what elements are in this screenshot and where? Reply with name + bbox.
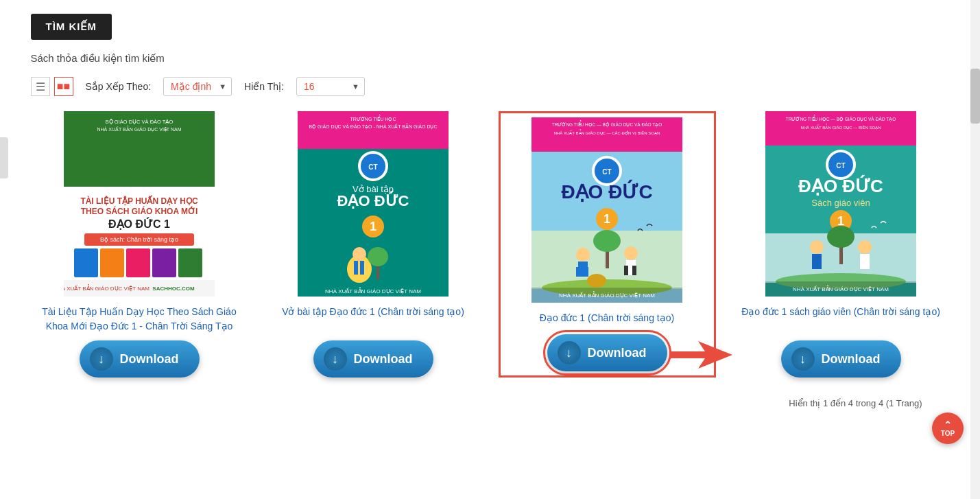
- svg-point-78: [858, 240, 872, 254]
- svg-rect-77: [812, 254, 822, 269]
- svg-marker-60: [671, 341, 732, 369]
- book-cover-1: BỘ GIÁO DỤC VÀ ĐÀO TẠO NHÀ XUẤT BẢN GIÁO…: [64, 111, 215, 297]
- svg-text:ĐẠO ĐỨC: ĐẠO ĐỨC: [798, 174, 883, 196]
- svg-text:NHÀ XUẤT BẢN GIÁO DỤC VIỆT NAM: NHÀ XUẤT BẢN GIÁO DỤC VIỆT NAM: [793, 285, 889, 292]
- book-title-link-4[interactable]: Đạo đức 1 sách giáo viên (Chân trời sáng…: [741, 305, 940, 334]
- svg-text:NHÀ XUẤT BẢN GIÁO DỤC VIỆT NAM: NHÀ XUẤT BẢN GIÁO DỤC VIỆT NAM: [559, 291, 655, 299]
- book-title-link-3[interactable]: Đạo đức 1 (Chân trời sáng tạo): [540, 311, 674, 327]
- download-icon-3: ↓: [558, 341, 581, 364]
- arrow-annotation: [671, 338, 732, 372]
- svg-text:ĐẠO ĐỨC 1: ĐẠO ĐỨC 1: [108, 217, 170, 230]
- download-label-4: Download: [822, 352, 881, 367]
- svg-text:NHÀ XUẤT BẢN GIÁO DỤC VIỆT NAM: NHÀ XUẤT BẢN GIÁO DỤC VIỆT NAM: [97, 126, 182, 132]
- svg-text:TÀI LIỆU TẬP HUẤN DẠY HỌC: TÀI LIỆU TẬP HUẤN DẠY HỌC: [80, 195, 198, 206]
- top-arrow-icon: ⌃: [944, 420, 952, 423]
- svg-text:1: 1: [603, 212, 610, 226]
- book-card-1: BỘ GIÁO DỤC VÀ ĐÀO TẠO NHÀ XUẤT BẢN GIÁO…: [31, 111, 248, 378]
- download-icon-2: ↓: [324, 347, 347, 371]
- book-title-link-2[interactable]: Vở bài tập Đạo đức 1 (Chân trời sáng tạo…: [282, 305, 464, 334]
- download-button-3[interactable]: ↓ Download: [547, 334, 667, 371]
- book-card-3: TRƯỜNG TIỂU HỌC — BỘ GIÁO DỤC VÀ ĐÀO TẠO…: [499, 111, 716, 378]
- svg-rect-53: [584, 267, 588, 277]
- book-cover-3: TRƯỜNG TIỂU HỌC — BỘ GIÁO DỤC VÀ ĐÀO TẠO…: [531, 117, 682, 303]
- svg-rect-31: [360, 261, 364, 275]
- svg-point-49: [587, 274, 606, 288]
- svg-point-75: [827, 226, 854, 248]
- book-card-2: TRƯỜNG TIỂU HỌC BỘ GIÁO DỤC VÀ ĐÀO TẠO -…: [265, 111, 482, 378]
- svg-point-50: [576, 248, 590, 262]
- book-card-4: TRƯỜNG TIỂU HỌC — BỘ GIÁO DỤC VÀ ĐÀO TẠO…: [732, 111, 950, 378]
- svg-rect-30: [354, 261, 358, 275]
- svg-text:Sách giáo viên: Sách giáo viên: [811, 198, 870, 208]
- download-label-1: Download: [120, 352, 179, 367]
- svg-text:THEO SÁCH GIÁO KHOA MỚI: THEO SÁCH GIÁO KHOA MỚI: [81, 206, 198, 216]
- svg-text:1: 1: [370, 220, 377, 233]
- download-label-3: Download: [588, 346, 647, 360]
- search-button[interactable]: TÌM KIẾM: [31, 14, 112, 40]
- svg-point-54: [624, 246, 638, 260]
- svg-rect-10: [100, 248, 124, 277]
- svg-rect-52: [576, 267, 580, 277]
- grid-view-button[interactable]: ■■: [54, 77, 73, 96]
- svg-text:Bộ sách: Chân trời sáng tạo: Bộ sách: Chân trời sáng tạo: [100, 236, 178, 243]
- svg-rect-12: [152, 248, 176, 277]
- download-icon-4: ↓: [791, 347, 815, 371]
- download-button-1[interactable]: ↓ Download: [80, 340, 200, 378]
- search-subtitle: Sách thỏa điều kiện tìm kiếm: [31, 52, 950, 65]
- sort-select[interactable]: Mặc định Tên A-Z Tên Z-A Mới nhất: [163, 77, 232, 96]
- svg-rect-13: [178, 248, 202, 277]
- view-toggle: ☰ ■■: [31, 77, 73, 96]
- svg-point-48: [593, 230, 621, 252]
- book-title-link-1[interactable]: Tài Liệu Tập Huấn Dạy Học Theo Sách Giáo…: [31, 305, 248, 334]
- svg-rect-56: [624, 266, 628, 275]
- toolbar: ☰ ■■ Sắp Xếp Theo: Mặc định Tên A-Z Tên …: [31, 77, 950, 96]
- display-select[interactable]: 8 16 24 32: [296, 77, 365, 96]
- pagination-info: Hiển thị 1 đến 4 trong 4 (1 Trang): [31, 398, 950, 408]
- download-button-4[interactable]: ↓ Download: [781, 340, 901, 378]
- svg-text:BỘ GIÁO DỤC VÀ ĐÀO TẠO: BỘ GIÁO DỤC VÀ ĐÀO TẠO: [106, 119, 174, 125]
- list-view-button[interactable]: ☰: [31, 77, 50, 96]
- download-icon-1: ↓: [90, 347, 113, 371]
- svg-text:ĐẠO ĐỨC: ĐẠO ĐỨC: [337, 191, 409, 209]
- svg-text:CT: CT: [368, 163, 377, 171]
- books-grid: BỘ GIÁO DỤC VÀ ĐÀO TẠO NHÀ XUẤT BẢN GIÁO…: [31, 111, 950, 378]
- svg-text:BỘ GIÁO DỤC VÀ ĐÀO TẠO - NHÀ X: BỘ GIÁO DỤC VÀ ĐÀO TẠO - NHÀ XUẤT BẢN GI…: [309, 123, 437, 130]
- display-select-wrapper: 8 16 24 32 ▼: [296, 77, 365, 96]
- book-cover-4: TRƯỜNG TIỂU HỌC — BỘ GIÁO DỤC VÀ ĐÀO TẠO…: [765, 111, 916, 297]
- display-label: Hiển Thị:: [244, 81, 284, 92]
- svg-text:CT: CT: [602, 168, 611, 176]
- sort-label: Sắp Xếp Theo:: [86, 81, 152, 92]
- svg-rect-11: [126, 248, 150, 277]
- sort-select-wrapper: Mặc định Tên A-Z Tên Z-A Mới nhất ▼: [163, 77, 232, 96]
- svg-rect-57: [632, 266, 636, 275]
- svg-point-29: [352, 247, 366, 261]
- svg-text:NHÀ XUẤT BẢN GIÁO DỤC VIỆT NAM: NHÀ XUẤT BẢN GIÁO DỤC VIỆT NAM: [325, 287, 421, 294]
- book-cover-2: TRƯỜNG TIỂU HỌC BỘ GIÁO DỤC VÀ ĐÀO TẠO -…: [298, 111, 449, 297]
- svg-text:ĐẠO ĐỨC: ĐẠO ĐỨC: [561, 179, 652, 202]
- download-label-2: Download: [354, 352, 413, 367]
- svg-rect-9: [74, 248, 98, 277]
- svg-text:CT: CT: [836, 162, 845, 170]
- download-button-2[interactable]: ↓ Download: [313, 340, 433, 378]
- svg-text:NHÀ XUẤT BẢN GIÁO DỤC VIỆT NAM: NHÀ XUẤT BẢN GIÁO DỤC VIỆT NAM: [64, 284, 150, 292]
- svg-point-33: [368, 247, 388, 266]
- svg-point-76: [810, 240, 824, 254]
- svg-text:SACHHOC.COM: SACHHOC.COM: [152, 286, 195, 292]
- svg-rect-79: [860, 254, 870, 269]
